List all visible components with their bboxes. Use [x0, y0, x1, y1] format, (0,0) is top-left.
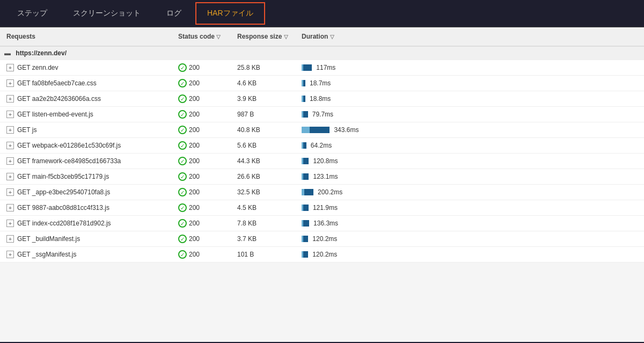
size-cell-9: 4.5 KB	[231, 200, 295, 216]
duration-bar-0	[302, 64, 312, 71]
status-code-2: 200	[189, 95, 200, 103]
table-row[interactable]: + GET _app-e3bec29540710fa8.js ✓ 200 32.…	[0, 185, 644, 200]
request-name-5: GET webpack-e01286e1c530c69f.js	[17, 142, 121, 149]
col-header-requests[interactable]: Requests	[0, 27, 172, 46]
size-cell-2: 3.9 KB	[231, 91, 295, 107]
expand-icon-8[interactable]: +	[6, 188, 14, 196]
table-row[interactable]: + GET _buildManifest.js ✓ 200 3.7 KB 120…	[0, 231, 644, 247]
main-content: Requests Status code Response size Durat…	[0, 27, 644, 342]
expand-icon-9[interactable]: +	[6, 204, 14, 211]
bar-receiving-7	[303, 173, 309, 180]
expand-icon-1[interactable]: +	[6, 79, 14, 87]
check-icon-8: ✓	[178, 188, 187, 196]
response-size-5: 5.6 KB	[237, 142, 257, 149]
request-cell-6: + GET framework-ce84985cd166733a	[0, 154, 172, 169]
tab-screenshots[interactable]: スクリーンショット	[60, 0, 153, 27]
table-row[interactable]: + GET _ssgManifest.js ✓ 200 101 B 120.2m…	[0, 247, 644, 262]
duration-bar-8	[302, 188, 313, 196]
request-name-3: GET listen-embed-event.js	[17, 111, 93, 118]
group-header-row[interactable]: ▬ https://zenn.dev/	[0, 46, 644, 60]
request-name-2: GET aa2e2b242636066a.css	[17, 95, 101, 103]
expand-icon-4[interactable]: +	[6, 126, 14, 134]
check-icon-6: ✓	[178, 157, 187, 165]
table-row[interactable]: + GET 9887-aabc08d81cc4f313.js ✓ 200 4.5…	[0, 200, 644, 216]
request-cell-10: + GET index-ccd208f1e781d902.js	[0, 216, 172, 231]
tab-steps[interactable]: ステップ	[4, 0, 60, 27]
status-code-9: 200	[189, 204, 200, 211]
col-header-response[interactable]: Response size	[231, 27, 295, 46]
response-size-4: 40.8 KB	[237, 126, 260, 134]
expand-icon-5[interactable]: +	[6, 142, 14, 149]
expand-icon-2[interactable]: +	[6, 95, 14, 103]
response-size-7: 26.6 KB	[237, 173, 260, 180]
size-cell-0: 25.8 KB	[231, 60, 295, 76]
duration-text-0: 117ms	[316, 64, 335, 71]
duration-bar-1	[302, 79, 305, 87]
expand-icon-12[interactable]: +	[6, 251, 14, 258]
status-code-10: 200	[189, 220, 200, 227]
expand-icon-7[interactable]: +	[6, 173, 14, 180]
status-code-8: 200	[189, 188, 200, 196]
response-sort-icon	[284, 33, 288, 40]
request-cell-2: + GET aa2e2b242636066a.css	[0, 91, 172, 107]
bar-receiving-9	[303, 205, 309, 211]
request-cell-3: + GET listen-embed-event.js	[0, 107, 172, 122]
duration-cell-12: 120.2ms	[295, 247, 644, 262]
size-cell-1: 4.6 KB	[231, 76, 295, 91]
group-collapse-icon[interactable]: ▬	[4, 49, 11, 57]
table-row[interactable]: + GET fa08bfe5aecb7cae.css ✓ 200 4.6 KB …	[0, 76, 644, 91]
response-size-12: 101 B	[237, 251, 254, 258]
table-row[interactable]: + GET listen-embed-event.js ✓ 200 987 B …	[0, 107, 644, 122]
table-row[interactable]: + GET webpack-e01286e1c530c69f.js ✓ 200 …	[0, 138, 644, 154]
table-row[interactable]: + GET js ✓ 200 40.8 KB 343.6ms	[0, 122, 644, 138]
response-size-2: 3.9 KB	[237, 95, 257, 103]
check-icon-11: ✓	[178, 235, 187, 243]
response-size-3: 987 B	[237, 111, 254, 118]
table-row[interactable]: + GET zenn.dev ✓ 200 25.8 KB 117ms	[0, 60, 644, 76]
expand-icon-0[interactable]: +	[6, 64, 14, 71]
duration-cell-3: 79.7ms	[295, 107, 644, 122]
request-cell-12: + GET _ssgManifest.js	[0, 247, 172, 262]
table-row[interactable]: + GET framework-ce84985cd166733a ✓ 200 4…	[0, 154, 644, 169]
tab-logs[interactable]: ログ	[153, 0, 194, 27]
size-cell-5: 5.6 KB	[231, 138, 295, 154]
status-cell-0: ✓ 200	[172, 60, 231, 76]
duration-text-9: 121.9ms	[313, 204, 338, 211]
bar-receiving-4	[310, 127, 330, 133]
status-cell-9: ✓ 200	[172, 200, 231, 216]
duration-text-7: 123.1ms	[313, 173, 338, 180]
group-url: https://zenn.dev/	[16, 49, 67, 57]
col-header-status[interactable]: Status code	[172, 27, 231, 46]
expand-icon-6[interactable]: +	[6, 157, 14, 165]
response-size-9: 4.5 KB	[237, 204, 257, 211]
response-size-6: 44.3 KB	[237, 157, 260, 165]
status-cell-3: ✓ 200	[172, 107, 231, 122]
status-cell-5: ✓ 200	[172, 138, 231, 154]
bar-receiving-0	[303, 64, 312, 71]
duration-text-10: 136.3ms	[313, 220, 338, 227]
duration-text-2: 18.8ms	[310, 95, 331, 103]
check-icon-4: ✓	[178, 126, 187, 134]
request-name-12: GET _ssgManifest.js	[17, 251, 76, 258]
request-cell-11: + GET _buildManifest.js	[0, 231, 172, 247]
expand-icon-11[interactable]: +	[6, 235, 14, 243]
expand-icon-3[interactable]: +	[6, 111, 14, 118]
table-row[interactable]: + GET aa2e2b242636066a.css ✓ 200 3.9 KB …	[0, 91, 644, 107]
bar-receiving-5	[303, 142, 306, 149]
expand-icon-10[interactable]: +	[6, 220, 14, 227]
table-row[interactable]: + GET index-ccd208f1e781d902.js ✓ 200 7.…	[0, 216, 644, 231]
col-header-duration[interactable]: Duration	[295, 27, 644, 46]
duration-bar-9	[302, 204, 309, 211]
bar-receiving-12	[303, 251, 308, 258]
status-cell-7: ✓ 200	[172, 169, 231, 185]
duration-cell-0: 117ms	[295, 60, 644, 76]
tab-har[interactable]: HARファイル	[195, 2, 265, 25]
bar-receiving-3	[303, 111, 308, 118]
response-size-10: 7.8 KB	[237, 220, 257, 227]
duration-cell-6: 120.8ms	[295, 154, 644, 169]
status-cell-11: ✓ 200	[172, 231, 231, 247]
request-name-10: GET index-ccd208f1e781d902.js	[17, 220, 111, 227]
table-wrapper[interactable]: Requests Status code Response size Durat…	[0, 27, 644, 262]
table-row[interactable]: + GET main-f5cb3ceb95c17179.js ✓ 200 26.…	[0, 169, 644, 185]
size-cell-12: 101 B	[231, 247, 295, 262]
